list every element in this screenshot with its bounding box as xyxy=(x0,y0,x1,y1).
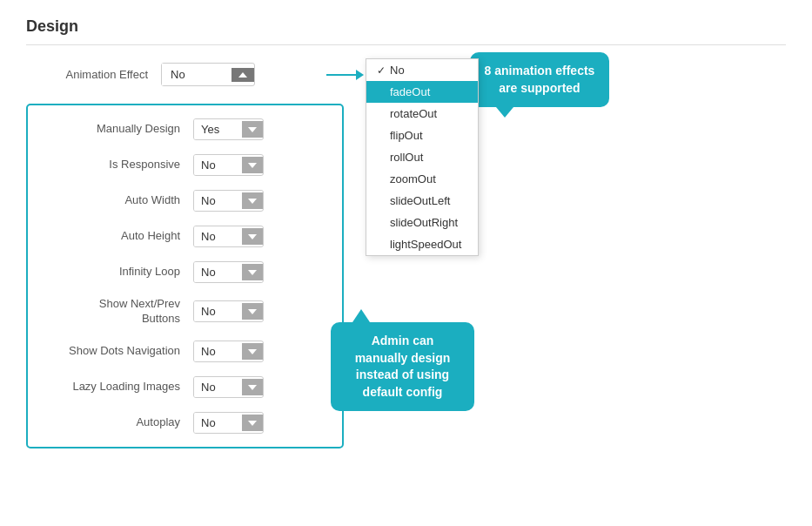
label-is-responsive: Is Responsive xyxy=(45,158,180,172)
value-auto-height: No xyxy=(194,226,242,246)
select-show-dots-nav[interactable]: No xyxy=(193,341,264,362)
label-show-dots-nav: Show Dots Navigation xyxy=(45,344,180,359)
value-show-next-prev: No xyxy=(194,301,242,321)
form-row-show-next-prev: Show Next/PrevButtons No xyxy=(45,297,325,327)
chevron-down-icon xyxy=(248,199,257,204)
tooltip-animation-text: 8 animation effects are supported xyxy=(485,64,595,95)
value-is-responsive: No xyxy=(194,155,242,175)
select-lazy-loading[interactable]: No xyxy=(193,376,264,398)
dropdown-item-flipout[interactable]: flipOut xyxy=(366,125,478,146)
dropdown-item-lightspeedout[interactable]: lightSpeedOut xyxy=(366,233,478,255)
dropdown-item-label: fadeOut xyxy=(390,85,430,98)
label-show-next-prev: Show Next/PrevButtons xyxy=(45,297,180,327)
value-auto-width: No xyxy=(194,191,242,211)
label-lazy-loading: Lazy Loading Images xyxy=(45,380,180,394)
btn-auto-height[interactable] xyxy=(242,228,263,245)
form-row-is-responsive: Is Responsive No xyxy=(45,154,325,176)
page-container: Design Animation Effect No ✓ No fadeOut xyxy=(0,0,812,466)
value-show-dots-nav: No xyxy=(194,341,242,361)
dropdown-item-label: flipOut xyxy=(390,129,423,142)
select-show-next-prev[interactable]: No xyxy=(193,300,264,322)
dropdown-item-rotateout[interactable]: rotateOut xyxy=(366,103,478,125)
form-row-show-dots-nav: Show Dots Navigation No xyxy=(45,341,325,362)
select-auto-height[interactable]: No xyxy=(193,226,264,247)
dropdown-item-label: slideOutLeft xyxy=(390,194,450,207)
form-row-auto-height: Auto Height No xyxy=(45,226,325,247)
form-row-lazy-loading: Lazy Loading Images No xyxy=(45,376,325,398)
dropdown-item-label: rotateOut xyxy=(390,107,437,120)
checkmark-icon: ✓ xyxy=(377,64,386,77)
animation-effect-toggle-btn[interactable] xyxy=(232,68,254,82)
select-manually-design[interactable]: Yes xyxy=(193,118,264,140)
animation-effect-select[interactable]: No xyxy=(161,63,255,86)
dropdown-item-label: slideOutRight xyxy=(390,216,458,229)
animation-effect-dropdown: ✓ No fadeOut rotateOut flipOut rollOut xyxy=(366,58,479,256)
dropdown-item-fadeout[interactable]: fadeOut xyxy=(366,81,478,103)
dropdown-item-label: zoomOut xyxy=(390,172,436,185)
label-autoplay: Autoplay xyxy=(45,415,180,430)
chevron-down-icon xyxy=(248,385,257,390)
design-box: Manually Design Yes Is Responsive No Aut… xyxy=(26,104,344,448)
animation-effect-row: Animation Effect No ✓ No fadeOut xyxy=(26,63,786,86)
value-infinity-loop: No xyxy=(194,262,242,282)
tooltip-animation-effects: 8 animation effects are supported xyxy=(470,52,609,107)
btn-show-next-prev[interactable] xyxy=(242,303,263,320)
dropdown-item-slideoutright[interactable]: slideOutRight xyxy=(366,212,478,233)
value-lazy-loading: No xyxy=(194,377,242,397)
label-auto-width: Auto Width xyxy=(45,193,180,208)
select-auto-width[interactable]: No xyxy=(193,190,264,212)
select-autoplay[interactable]: No xyxy=(193,412,264,434)
dropdown-item-label: No xyxy=(390,64,405,77)
tooltip-manually-design: Admin can manually design instead of usi… xyxy=(331,322,474,411)
label-infinity-loop: Infinity Loop xyxy=(45,265,180,280)
form-row-auto-width: Auto Width No xyxy=(45,190,325,212)
btn-is-responsive[interactable] xyxy=(242,157,263,173)
btn-auto-width[interactable] xyxy=(242,192,263,209)
form-row-manually-design: Manually Design Yes xyxy=(45,118,325,140)
btn-autoplay[interactable] xyxy=(242,415,263,431)
animation-effect-label: Animation Effect xyxy=(26,68,148,81)
chevron-down-icon xyxy=(248,349,257,354)
chevron-down-icon xyxy=(248,127,257,132)
animation-effect-value: No xyxy=(162,64,232,85)
select-infinity-loop[interactable]: No xyxy=(193,261,264,283)
dropdown-item-rollout[interactable]: rollOut xyxy=(366,146,478,168)
btn-infinity-loop[interactable] xyxy=(242,264,263,280)
chevron-up-icon xyxy=(238,72,247,78)
page-title: Design xyxy=(26,17,786,45)
chevron-down-icon xyxy=(248,421,257,426)
chevron-down-icon xyxy=(248,163,257,168)
btn-lazy-loading[interactable] xyxy=(242,379,263,395)
chevron-down-icon xyxy=(248,234,257,239)
label-auto-height: Auto Height xyxy=(45,229,180,244)
value-autoplay: No xyxy=(194,413,242,433)
tooltip-manually-design-text: Admin can manually design instead of usi… xyxy=(355,334,451,399)
dropdown-item-label: rollOut xyxy=(390,151,423,164)
select-is-responsive[interactable]: No xyxy=(193,154,264,176)
btn-manually-design[interactable] xyxy=(242,121,263,138)
dropdown-item-slideoutleft[interactable]: slideOutLeft xyxy=(366,190,478,212)
dropdown-item-no[interactable]: ✓ No xyxy=(366,59,478,81)
chevron-down-icon xyxy=(248,270,257,275)
dropdown-item-label: lightSpeedOut xyxy=(390,238,461,251)
chevron-down-icon xyxy=(248,309,257,314)
value-manually-design: Yes xyxy=(194,119,242,139)
form-row-infinity-loop: Infinity Loop No xyxy=(45,261,325,283)
dropdown-item-zoomout[interactable]: zoomOut xyxy=(366,168,478,190)
label-manually-design: Manually Design xyxy=(45,122,180,137)
btn-show-dots-nav[interactable] xyxy=(242,343,263,360)
form-row-autoplay: Autoplay No xyxy=(45,412,325,434)
